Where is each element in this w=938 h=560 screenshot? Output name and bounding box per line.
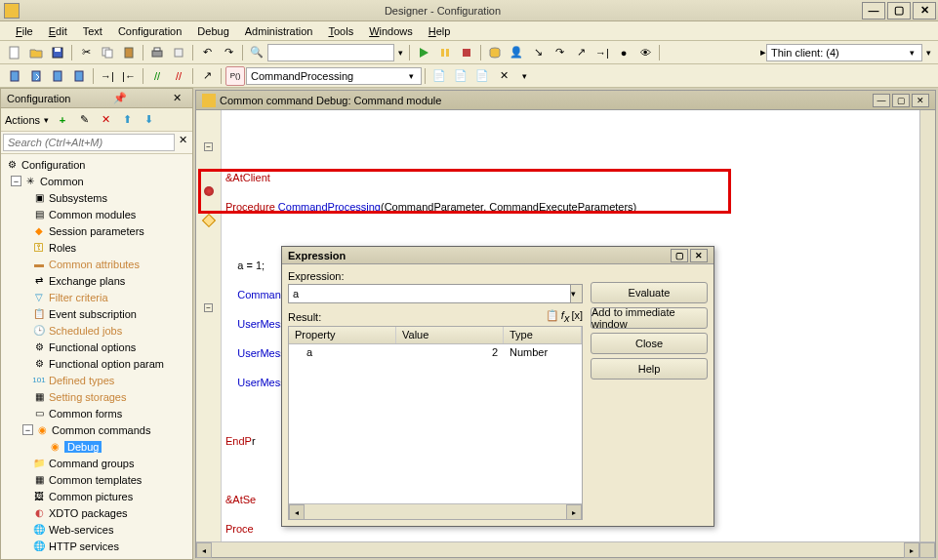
fold-icon[interactable]: − <box>204 142 213 151</box>
evaluate-button[interactable]: Evaluate <box>591 282 708 303</box>
goto-icon[interactable]: ↗ <box>197 66 217 86</box>
scroll-right-icon[interactable]: ▸ <box>904 542 919 558</box>
menu-administration[interactable]: Administration <box>237 23 321 39</box>
tree-session-params[interactable]: ◆Session parameters <box>3 222 190 239</box>
tree-setting-storages[interactable]: ▦Setting storages <box>3 388 190 405</box>
debug-pause-icon[interactable] <box>435 43 455 62</box>
menu-help[interactable]: Help <box>421 23 459 39</box>
menu-configuration[interactable]: Configuration <box>110 23 189 39</box>
tree-root[interactable]: ⚙ Configuration <box>3 156 190 173</box>
new-icon[interactable] <box>5 43 24 62</box>
step-out-icon[interactable]: ↗ <box>571 43 591 62</box>
bm-next-icon[interactable] <box>26 66 46 86</box>
actions-dropdown-icon[interactable]: ▾ <box>40 115 52 125</box>
find-input[interactable] <box>267 44 394 61</box>
down-icon[interactable]: ⬇ <box>139 110 158 130</box>
undo-icon[interactable]: ↶ <box>197 43 217 62</box>
result-fx-icon[interactable]: fx <box>561 309 570 324</box>
horizontal-scrollbar[interactable]: ◂ ▸ <box>196 541 935 557</box>
debug-stop-icon[interactable] <box>457 43 476 62</box>
step-over-icon[interactable]: ↷ <box>550 43 569 62</box>
tree-subsystems[interactable]: ▣Subsystems <box>3 189 190 206</box>
find-dropdown-icon[interactable]: ▾ <box>394 48 406 58</box>
scroll-left-icon[interactable]: ◂ <box>289 504 305 520</box>
bm-toggle-icon[interactable] <box>5 66 24 86</box>
edit-icon[interactable]: ✎ <box>74 110 94 130</box>
close-button[interactable]: ✕ <box>912 94 929 107</box>
menu-tools[interactable]: Tools <box>320 23 361 39</box>
result-x-icon[interactable]: [x] <box>571 309 583 324</box>
close-button[interactable]: Close <box>591 333 708 354</box>
tree-defined-types[interactable]: 101Defined types <box>3 372 190 388</box>
tree-debug[interactable]: ◉Debug <box>3 438 190 455</box>
col-value[interactable]: Value <box>396 327 504 343</box>
open-icon[interactable] <box>26 43 46 62</box>
tree-webservices[interactable]: 🌐Web-services <box>3 521 190 538</box>
template-del-icon[interactable]: 📄 <box>451 66 470 86</box>
db-icon[interactable] <box>485 43 505 62</box>
redo-icon[interactable]: ↷ <box>219 43 238 62</box>
find-icon[interactable]: 🔍 <box>247 43 266 62</box>
comment-icon[interactable]: // <box>147 66 167 86</box>
tree-command-groups[interactable]: 📁Command groups <box>3 455 190 471</box>
print-icon[interactable] <box>147 43 167 62</box>
close-icon[interactable]: ✕ <box>173 92 186 105</box>
tree-roles[interactable]: ⚿Roles <box>3 239 190 256</box>
step-into-icon[interactable]: ↘ <box>528 43 548 62</box>
run-to-icon[interactable]: →| <box>592 43 612 62</box>
tree-exchange-plans[interactable]: ⇄Exchange plans <box>3 272 190 289</box>
watch-icon[interactable]: 👁 <box>635 43 655 62</box>
collapse-icon[interactable]: − <box>11 176 21 186</box>
delete-icon[interactable]: ✕ <box>96 110 115 130</box>
expression-input[interactable] <box>288 284 571 303</box>
col-type[interactable]: Type <box>504 327 582 343</box>
maximize-button[interactable]: ▢ <box>892 94 910 107</box>
tree-common-forms[interactable]: ▭Common forms <box>3 405 190 421</box>
tree-func-options[interactable]: ⚙Functional options <box>3 339 190 355</box>
paste-icon[interactable] <box>119 43 139 62</box>
tree-scheduled-jobs[interactable]: 🕒Scheduled jobs <box>3 322 190 339</box>
pin-icon[interactable]: 📌 <box>113 92 127 104</box>
menu-windows[interactable]: Windows <box>361 23 421 39</box>
tree-xdto[interactable]: ◐XDTO packages <box>3 504 190 521</box>
search-input[interactable] <box>3 134 175 151</box>
tree-event-sub[interactable]: 📋Event subscription <box>3 305 190 322</box>
tree-common-attrs[interactable]: ▬Common attributes <box>3 256 190 272</box>
save-icon[interactable] <box>48 43 67 62</box>
bm-clear-icon[interactable] <box>69 66 89 86</box>
table-row[interactable]: a 2 Number <box>289 344 582 362</box>
tree-filter-criteria[interactable]: ▽Filter criteria <box>3 289 190 305</box>
help-button[interactable]: Help <box>591 358 708 380</box>
uncomment-icon[interactable]: // <box>169 66 188 86</box>
vertical-scrollbar[interactable] <box>919 110 935 541</box>
tree-common[interactable]: − ✳ Common <box>3 173 190 189</box>
menu-debug[interactable]: Debug <box>189 23 236 39</box>
indent-icon[interactable]: →| <box>98 66 117 86</box>
table-scrollbar[interactable]: ◂ ▸ <box>289 503 582 519</box>
scroll-right-icon[interactable]: ▸ <box>566 504 582 520</box>
users-icon[interactable]: 👤 <box>507 43 526 62</box>
proc-icon[interactable]: P() <box>225 66 245 86</box>
tree-common-templates[interactable]: ▦Common templates <box>3 471 190 488</box>
tree-httpservices[interactable]: 🌐HTTP services <box>3 538 190 554</box>
outdent-icon[interactable]: |← <box>119 66 139 86</box>
tree-common-modules[interactable]: ▤Common modules <box>3 206 190 222</box>
copy2-icon[interactable] <box>169 43 188 62</box>
search-clear-icon[interactable]: ✕ <box>175 134 190 151</box>
template-add-icon[interactable]: 📄 <box>429 66 449 86</box>
menu-text[interactable]: Text <box>75 23 110 39</box>
client-mode-dropdown[interactable]: Thin client: (4) ▾ <box>766 44 922 61</box>
col-property[interactable]: Property <box>289 327 396 343</box>
debug-start-icon[interactable] <box>414 43 433 62</box>
maximize-button[interactable]: ▢ <box>887 2 911 20</box>
template-edit-icon[interactable]: 📄 <box>472 66 492 86</box>
tree-common-pictures[interactable]: 🖼Common pictures <box>3 488 190 504</box>
close-button[interactable]: ✕ <box>913 2 936 20</box>
collapse-icon[interactable]: − <box>22 424 33 435</box>
chevron-down-icon[interactable]: ▾ <box>571 284 583 303</box>
copy-icon[interactable] <box>98 43 117 62</box>
menu-edit[interactable]: Edit <box>41 23 75 39</box>
add-immediate-button[interactable]: Add to immediate window <box>591 307 708 329</box>
up-icon[interactable]: ⬆ <box>117 110 137 130</box>
tree-func-option-param[interactable]: ⚙Functional option param <box>3 355 190 372</box>
